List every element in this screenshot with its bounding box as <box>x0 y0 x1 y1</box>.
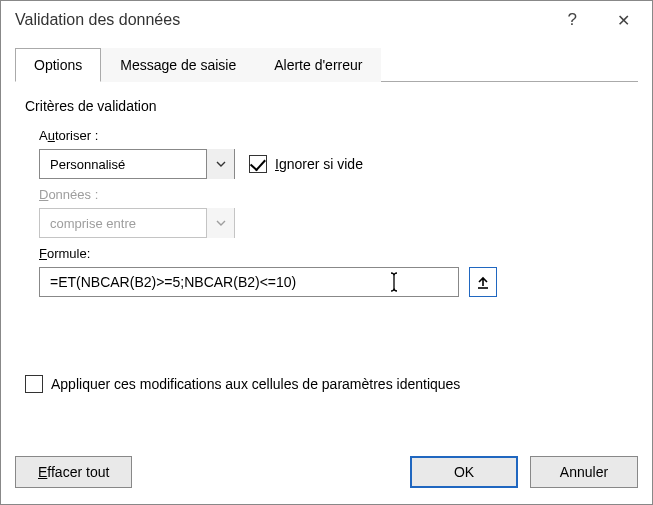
close-button[interactable]: ✕ <box>609 7 638 34</box>
clear-all-button[interactable]: Effacer tout <box>15 456 132 488</box>
tab-strip: Options Message de saisie Alerte d'erreu… <box>15 47 638 82</box>
checkbox-icon <box>25 375 43 393</box>
apply-same-settings-label: Appliquer ces modifications aux cellules… <box>51 376 460 392</box>
data-select-value: comprise entre <box>50 216 136 231</box>
data-group: Données : comprise entre <box>39 187 628 238</box>
collapse-icon <box>476 275 490 289</box>
allow-select[interactable]: Personnalisé <box>39 149 235 179</box>
titlebar: Validation des données ? ✕ <box>1 1 652 39</box>
checkbox-icon <box>249 155 267 173</box>
criteria-fields: Autoriser : Personnalisé Ignorer si vide <box>25 128 628 297</box>
criteria-heading: Critères de validation <box>25 98 628 114</box>
allow-label: Autoriser : <box>39 128 628 143</box>
data-validation-dialog: Validation des données ? ✕ Options Messa… <box>0 0 653 505</box>
formula-group: Formule: <box>39 246 628 297</box>
chevron-down-icon <box>206 208 234 238</box>
ok-button[interactable]: OK <box>410 456 518 488</box>
text-cursor-icon <box>387 271 401 293</box>
help-button[interactable]: ? <box>560 6 585 34</box>
allow-group: Autoriser : Personnalisé Ignorer si vide <box>39 128 628 179</box>
options-panel: Critères de validation Autoriser : Perso… <box>15 82 638 403</box>
cancel-button[interactable]: Annuler <box>530 456 638 488</box>
dialog-title: Validation des données <box>15 11 560 29</box>
collapse-dialog-button[interactable] <box>469 267 497 297</box>
dialog-footer: Effacer tout OK Annuler <box>1 456 652 504</box>
data-label: Données : <box>39 187 628 202</box>
dialog-content: Options Message de saisie Alerte d'erreu… <box>1 39 652 456</box>
tab-error-alert[interactable]: Alerte d'erreur <box>255 48 381 82</box>
data-select: comprise entre <box>39 208 235 238</box>
chevron-down-icon <box>206 149 234 179</box>
allow-select-value: Personnalisé <box>50 157 125 172</box>
formula-label: Formule: <box>39 246 628 261</box>
titlebar-buttons: ? ✕ <box>560 6 638 34</box>
ignore-blank-label: Ignorer si vide <box>275 156 363 172</box>
tab-options[interactable]: Options <box>15 48 101 82</box>
ignore-blank-checkbox[interactable]: Ignorer si vide <box>249 155 363 173</box>
tab-input-message[interactable]: Message de saisie <box>101 48 255 82</box>
apply-same-settings-checkbox[interactable]: Appliquer ces modifications aux cellules… <box>25 375 628 393</box>
